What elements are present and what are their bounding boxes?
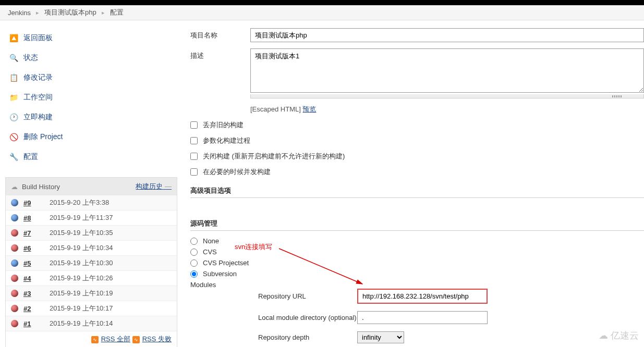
build-number[interactable]: #1: [23, 320, 50, 328]
rss-icon: ∿: [132, 336, 140, 343]
cloud-icon: ☁: [599, 330, 608, 341]
breadcrumb-config[interactable]: 配置: [110, 8, 124, 17]
build-number[interactable]: #7: [23, 229, 50, 237]
option-checkbox-3[interactable]: [190, 168, 198, 176]
build-history-row[interactable]: #5 2015-9-19 上午10:30: [6, 256, 177, 271]
sidebar-item-delete[interactable]: 🚫删除 Project: [5, 127, 177, 147]
scm-radio-subversion[interactable]: [190, 270, 198, 278]
status-ball-icon: [11, 320, 18, 327]
build-history-link[interactable]: 构建历史 —: [136, 182, 172, 190]
option-checkbox-2[interactable]: [190, 153, 198, 160]
status-ball-icon: [11, 244, 18, 252]
build-number[interactable]: #8: [23, 214, 50, 222]
build-history-row[interactable]: #2 2015-9-19 上午10:17: [6, 301, 177, 316]
rss-icon: ∿: [91, 336, 99, 343]
build-history-row[interactable]: #7 2015-9-19 上午10:35: [6, 226, 177, 241]
sidebar-item-label: 立即构建: [23, 113, 53, 122]
forbidden-icon: 🚫: [8, 131, 19, 143]
breadcrumb-project[interactable]: 项目测试版本php: [44, 8, 96, 17]
option-checkbox-0[interactable]: [190, 121, 198, 129]
search-icon: 🔍: [8, 52, 19, 64]
folder-icon: 📁: [8, 92, 19, 103]
build-date: 2015-9-19 上午10:35: [50, 228, 113, 238]
breadcrumb-jenkins[interactable]: Jenkins: [8, 9, 31, 17]
build-history-row[interactable]: #4 2015-9-19 上午10:26: [6, 271, 177, 286]
sidebar-item-label: 返回面板: [23, 33, 53, 43]
option-label: 参数化构建过程: [203, 136, 250, 145]
clipboard-icon: 📋: [8, 72, 19, 83]
main-content: 项目名称 描述 项目测试版本1 [Escaped HTML] 预览 丢弃旧的构建…: [183, 20, 644, 347]
escaped-html-label: [Escaped HTML]: [250, 105, 301, 113]
watermark: ☁ 亿速云: [599, 329, 639, 342]
repo-url-label: Repository URL: [258, 292, 357, 300]
sidebar-item-label: 工作空间: [23, 93, 53, 102]
build-history-row[interactable]: #6 2015-9-19 上午10:34: [6, 241, 177, 256]
repo-depth-select[interactable]: infinity: [357, 331, 404, 343]
project-name-input[interactable]: [250, 28, 644, 42]
rss-all-link[interactable]: RSS 全部: [101, 335, 130, 343]
rss-fail-link[interactable]: RSS 失败: [142, 335, 172, 343]
status-ball-icon: [11, 290, 18, 297]
build-date: 2015-9-20 上午3:38: [50, 198, 109, 207]
breadcrumb: Jenkins ▸ 项目测试版本php ▸ 配置: [0, 5, 644, 20]
build-date: 2015-9-19 上午10:14: [50, 319, 113, 328]
option-label: 丢弃旧的构建: [203, 120, 244, 130]
status-ball-icon: [11, 199, 18, 206]
preview-link[interactable]: 预览: [302, 105, 316, 113]
build-number[interactable]: #3: [23, 290, 50, 298]
sidebar: 🔼返回面板 🔍状态 📋修改记录 📁工作空间 🕐立即构建 🚫删除 Project …: [0, 20, 183, 347]
modules-label: Modules: [190, 281, 644, 289]
build-history-row[interactable]: #3 2015-9-19 上午10:19: [6, 286, 177, 301]
up-arrow-icon: 🔼: [8, 32, 19, 44]
build-number[interactable]: #6: [23, 244, 50, 252]
build-number[interactable]: #9: [23, 199, 50, 207]
build-number[interactable]: #4: [23, 275, 50, 282]
chevron-right-icon: ▸: [102, 9, 105, 16]
status-ball-icon: [11, 275, 18, 282]
build-history-row[interactable]: #9 2015-9-20 上午3:38: [6, 195, 177, 210]
sidebar-item-configure[interactable]: 🔧配置: [5, 147, 177, 167]
chevron-right-icon: ▸: [36, 9, 39, 16]
build-history-row[interactable]: #8 2015-9-19 上午11:37: [6, 210, 177, 226]
scm-radio-label: CVS: [203, 248, 217, 256]
local-dir-label: Local module directory (optional): [258, 314, 357, 321]
build-history-title: Build History: [22, 183, 60, 191]
scm-radio-none[interactable]: [190, 238, 198, 245]
scm-radio-label: CVS Projectset: [203, 259, 249, 267]
status-ball-icon: [11, 305, 18, 312]
svn-annotation: svn连接填写: [235, 242, 272, 252]
clock-icon: 🕐: [8, 111, 19, 123]
scm-radio-cvs-projectset[interactable]: [190, 259, 198, 267]
sidebar-item-build-now[interactable]: 🕐立即构建: [5, 107, 177, 127]
scm-section-header: 源码管理: [190, 219, 644, 231]
description-label: 描述: [190, 48, 250, 98]
build-number[interactable]: #5: [23, 259, 50, 267]
scm-radio-label: None: [203, 237, 219, 245]
build-date: 2015-9-19 上午10:26: [50, 274, 113, 283]
sidebar-item-back[interactable]: 🔼返回面板: [5, 28, 177, 48]
sidebar-item-changes[interactable]: 📋修改记录: [5, 68, 177, 88]
build-number[interactable]: #2: [23, 305, 50, 313]
sidebar-item-label: 状态: [23, 53, 38, 63]
scm-radio-cvs[interactable]: [190, 249, 198, 256]
advanced-section-header: 高级项目选项: [190, 186, 644, 198]
repo-depth-label: Repository depth: [258, 333, 357, 341]
build-date: 2015-9-19 上午10:30: [50, 258, 113, 268]
sidebar-item-label: 修改记录: [23, 73, 53, 82]
sidebar-item-workspace[interactable]: 📁工作空间: [5, 88, 177, 107]
resize-handle[interactable]: [250, 94, 644, 98]
sidebar-item-label: 配置: [23, 152, 38, 162]
description-textarea[interactable]: 项目测试版本1: [250, 48, 644, 93]
repo-url-input[interactable]: [357, 289, 488, 304]
status-ball-icon: [11, 229, 18, 237]
build-date: 2015-9-19 上午11:37: [50, 213, 113, 222]
build-date: 2015-9-19 上午10:17: [50, 304, 113, 313]
local-dir-input[interactable]: [357, 311, 488, 324]
history-icon: ☁: [11, 183, 18, 191]
scm-radio-label: Subversion: [203, 270, 237, 278]
sidebar-item-status[interactable]: 🔍状态: [5, 48, 177, 68]
build-date: 2015-9-19 上午10:19: [50, 289, 113, 298]
build-history-row[interactable]: #1 2015-9-19 上午10:14: [6, 316, 177, 331]
status-ball-icon: [11, 259, 18, 267]
option-checkbox-1[interactable]: [190, 137, 198, 144]
